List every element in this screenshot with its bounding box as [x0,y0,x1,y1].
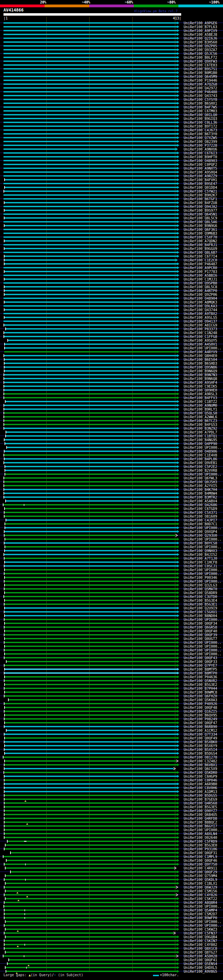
alignment-row[interactable]: UniRef100_Q0QF29 [0,870,223,874]
hit-bar[interactable] [8,841,177,842]
hit-bar[interactable] [5,550,177,551]
hit-label[interactable]: UniRef100_P40926 [184,702,217,706]
hit-bar[interactable] [5,925,177,926]
hit-label[interactable]: UniRef100_UPI000.. [184,905,221,908]
alignment-row[interactable]: UniRef100_C0PQF2 [0,163,223,167]
hit-label[interactable]: UniRef100_Q4DXL5 [184,966,217,970]
hit-bar[interactable] [5,760,176,762]
hit-label[interactable]: UniRef100_C6TM03 [184,109,217,113]
hit-bar[interactable] [3,118,177,119]
hit-label[interactable]: UniRef100_Q01DD4 [184,186,217,189]
alignment-row[interactable]: UniRef100_B4FVH1 [0,178,223,182]
hit-bar[interactable] [5,558,177,559]
alignment-row[interactable]: UniRef100_B0LF72 [0,56,223,59]
alignment-row[interactable]: UniRef100_B4PL86 [0,457,223,461]
hit-bar[interactable] [5,611,177,612]
alignment-row[interactable]: UniRef100_Q43744 [0,308,223,312]
hit-label[interactable]: UniRef100_A9PCR0 [184,266,217,270]
hit-label[interactable]: UniRef100_C1N248 [184,331,217,335]
hit-label[interactable]: UniRef100_B4FZU8 [184,201,217,205]
alignment-row[interactable]: UniRef100_A7QZG8 [0,83,223,86]
alignment-row[interactable]: UniRef100_A2WWL6 [0,415,223,419]
hit-bar[interactable] [5,615,177,616]
hit-label[interactable]: UniRef100_B4F7W5 [184,105,217,109]
hit-bar[interactable] [5,787,177,788]
hit-label[interactable]: UniRef100_Q93ZA7 [184,48,217,52]
hit-label[interactable]: UniRef100_B9S7S1 [184,67,217,71]
alignment-row[interactable]: UniRef100_C1MJJ1 [0,277,223,281]
hit-label[interactable]: UniRef100_C1BTZ2 [184,400,217,404]
hit-label[interactable]: UniRef100_Q9M6B3 [184,232,217,235]
alignment-row[interactable]: UniRef100_B9RLY1 [0,407,223,411]
alignment-row[interactable]: UniRef100_Q8L5A6 [0,220,223,224]
hit-bar[interactable] [3,282,177,284]
hit-bar[interactable] [5,814,177,815]
hit-label[interactable]: UniRef100_UPI000.. [184,828,221,832]
alignment-row[interactable]: UniRef100_UPI000.. [0,618,223,622]
hit-bar[interactable] [5,538,177,540]
hit-bar[interactable] [5,278,177,280]
hit-label[interactable]: UniRef100_Q9NHX3 [184,549,217,553]
hit-bar[interactable] [3,64,177,66]
hit-bar[interactable] [6,875,177,877]
alignment-row[interactable]: UniRef100_C5GXU1 [0,610,223,614]
hit-bar[interactable] [6,951,177,953]
alignment-row[interactable]: UniRef100_A9S0Q4 [0,170,223,174]
alignment-row[interactable]: UniRef100_P04636 [0,675,223,679]
hit-bar[interactable] [4,351,177,353]
alignment-row[interactable]: UniRef100_Q58DR9 [0,591,223,595]
hit-bar[interactable] [3,955,176,957]
hit-label[interactable]: UniRef100_B4JI52 [184,553,217,557]
hit-bar[interactable] [4,772,177,773]
hit-bar[interactable] [5,600,177,601]
alignment-row[interactable]: UniRef100_Q0QF31 [0,851,223,855]
hit-bar[interactable] [5,894,176,896]
alignment-row[interactable]: UniRef100_A9SHF4 [0,381,223,385]
alignment-row[interactable]: UniRef100_C1HCF8 [0,560,223,564]
hit-label[interactable]: UniRef100_Q9XFW3 [184,59,217,63]
hit-bar[interactable] [4,191,177,192]
hit-bar[interactable] [3,183,177,184]
hit-label[interactable]: UniRef100_A9TBX2 [184,312,217,316]
hit-label[interactable]: UniRef100_B6QV95 [184,713,217,717]
hit-label[interactable]: UniRef100_C4R911 [184,866,217,870]
alignment-row[interactable]: UniRef100_UPI000.. [0,644,223,648]
alignment-row[interactable]: UniRef100_Q6GR58 [0,625,223,629]
hit-bar[interactable] [3,198,177,200]
hit-label[interactable]: UniRef100_A9SHF4 [184,381,217,385]
alignment-row[interactable]: UniRef100_Q4PP90 [0,442,223,445]
hit-label[interactable]: UniRef100_A5BBI6 [184,274,217,277]
alignment-row[interactable]: UniRef100_P08249 [0,717,223,721]
hit-label[interactable]: UniRef100_C5X371 [184,511,217,514]
hit-label[interactable]: UniRef100_UPI000.. [184,924,221,928]
alignment-row[interactable]: UniRef100_Q0J5H3 [0,480,223,484]
alignment-row[interactable]: UniRef100_Q5ENS4 [0,962,223,966]
alignment-row[interactable]: UniRef100_Q09HE0 [0,388,223,392]
alignment-row[interactable]: UniRef100_P93106 [0,847,223,851]
hit-bar[interactable] [3,60,177,62]
hit-label[interactable]: UniRef100_A9RSL3 [184,392,217,396]
hit-bar[interactable] [4,378,177,379]
hit-label[interactable]: UniRef100_B9S977 [184,208,217,212]
hit-label[interactable]: UniRef100_B8ND04 [184,614,217,618]
alignment-row[interactable]: UniRef100_B9GGU9 [0,247,223,251]
hit-bar[interactable] [3,99,177,100]
hit-label[interactable]: UniRef100_C4Y826 [184,893,217,897]
hit-label[interactable]: UniRef100_Q5KDL9 [184,878,217,881]
alignment-row[interactable]: UniRef100_C1BTZ2 [0,400,223,404]
alignment-row[interactable]: UniRef100_C8V0H6 [0,786,223,790]
hit-bar[interactable] [5,668,177,670]
alignment-row[interactable]: UniRef100_Q8H4E0 [0,354,223,358]
alignment-row[interactable]: UniRef100_Q32LG3 [0,583,223,587]
hit-bar[interactable] [3,26,177,27]
hit-bar[interactable] [4,336,177,337]
hit-bar[interactable] [6,890,177,892]
hit-bar[interactable] [5,531,177,532]
hit-label[interactable]: UniRef100_B2VVR8 [184,469,217,473]
hit-bar[interactable] [5,711,177,712]
hit-bar[interactable] [3,80,177,81]
hit-bar[interactable] [6,860,177,861]
alignment-row[interactable]: UniRef100_C5KWZ3 [0,928,223,931]
hit-label[interactable]: UniRef100_B6RB90 [184,725,217,729]
hit-label[interactable]: UniRef100_C1FFG8 [184,335,217,339]
